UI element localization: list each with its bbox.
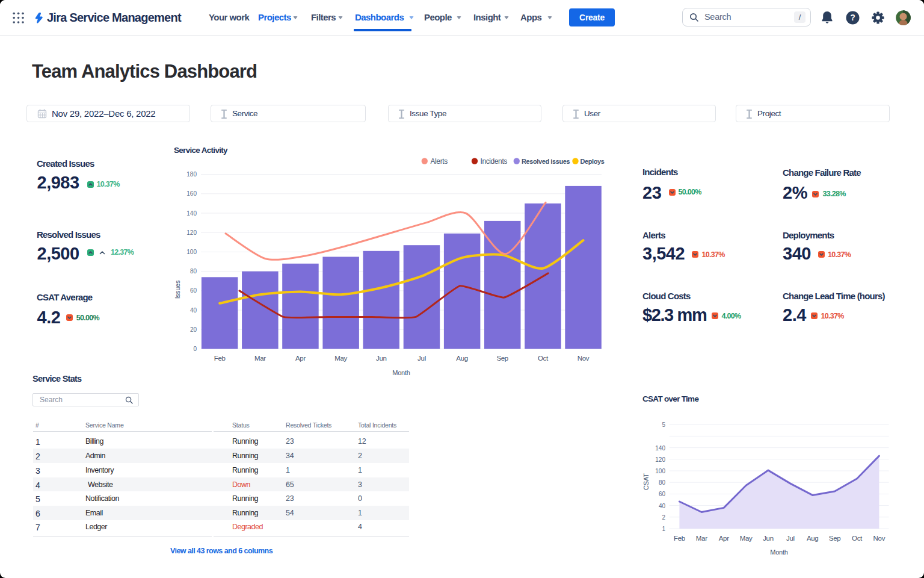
svg-text:140: 140 — [655, 445, 665, 452]
svg-text:Jun: Jun — [376, 355, 387, 362]
svg-text:Month: Month — [392, 369, 410, 376]
svg-text:Apr: Apr — [295, 355, 306, 362]
svg-text:40: 40 — [659, 503, 666, 509]
svg-text:Oct: Oct — [538, 355, 549, 362]
svg-text:Issues: Issues — [174, 280, 181, 299]
svg-text:Month: Month — [770, 548, 788, 556]
svg-text:Aug: Aug — [456, 355, 468, 362]
svg-text:160: 160 — [186, 190, 197, 197]
svg-text:5: 5 — [662, 421, 665, 428]
svg-text:May: May — [334, 355, 347, 362]
svg-text:2: 2 — [662, 514, 665, 521]
svg-text:40: 40 — [190, 307, 197, 314]
svg-text:80: 80 — [190, 268, 197, 275]
svg-text:1: 1 — [662, 526, 665, 532]
svg-text:?: ? — [850, 13, 855, 22]
svg-text:60: 60 — [190, 287, 197, 294]
svg-text:Sep: Sep — [829, 535, 841, 542]
svg-text:Nov: Nov — [873, 535, 886, 542]
svg-text:Feb: Feb — [214, 355, 226, 362]
svg-text:120: 120 — [655, 456, 665, 463]
svg-text:Aug: Aug — [807, 535, 819, 542]
svg-text:Sep: Sep — [496, 355, 508, 362]
svg-text:20: 20 — [190, 326, 197, 333]
svg-text:Incidents: Incidents — [481, 157, 508, 166]
svg-text:Feb: Feb — [674, 535, 685, 542]
svg-text:120: 120 — [186, 229, 197, 236]
svg-text:Nov: Nov — [578, 355, 590, 362]
svg-text:100: 100 — [655, 468, 665, 474]
svg-text:Alerts: Alerts — [431, 157, 448, 166]
svg-text:Apr: Apr — [719, 535, 729, 542]
svg-text:Resolved issues: Resolved issues — [522, 158, 570, 165]
svg-text:60: 60 — [659, 491, 666, 497]
svg-text:Mar: Mar — [696, 535, 707, 542]
svg-text:140: 140 — [186, 210, 197, 217]
svg-text:CSAT: CSAT — [642, 473, 650, 490]
svg-text:0: 0 — [193, 346, 197, 352]
svg-text:Jul: Jul — [417, 355, 426, 362]
svg-text:Mar: Mar — [254, 355, 266, 362]
svg-text:100: 100 — [186, 249, 197, 255]
svg-text:180: 180 — [186, 171, 197, 178]
svg-text:Deploys: Deploys — [581, 158, 605, 165]
svg-text:80: 80 — [659, 479, 666, 486]
svg-text:Jun: Jun — [763, 535, 774, 542]
svg-text:Jul: Jul — [786, 535, 795, 542]
svg-text:May: May — [740, 535, 753, 542]
svg-text:Oct: Oct — [852, 535, 863, 542]
